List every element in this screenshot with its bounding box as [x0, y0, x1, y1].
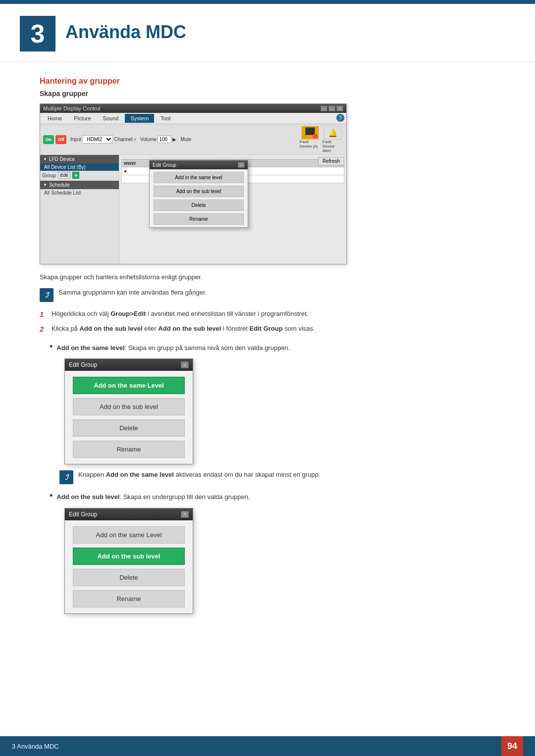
menu-home[interactable]: Home [42, 114, 67, 123]
dialog1-add-same-btn[interactable]: Add on the same Level [73, 377, 185, 394]
dialog1-delete-btn[interactable]: Delete [73, 419, 185, 437]
subsection-title: Skapa grupper [40, 90, 495, 98]
header-bar [0, 0, 535, 4]
menu-sound[interactable]: Sound [98, 114, 124, 123]
add-icon: + [74, 173, 77, 178]
power-off-icon[interactable]: Off [55, 135, 66, 144]
fault-device-label: Fault Device (0) [300, 140, 321, 149]
input-label: Input [70, 137, 81, 142]
note2-text: Knappen Add on the same level aktiveras … [78, 470, 320, 479]
menu-picture[interactable]: Picture [68, 114, 96, 123]
bullet2-section: • Add on the sub level: Skapa en undergr… [50, 492, 495, 614]
edit-group-dialog2-container: Edit Group ✕ Add on the same Level Add o… [64, 508, 495, 614]
mdc-main-area: Refresh wwer Input ● HDMI2 [119, 155, 346, 264]
dialog1-body: Add on the same Level Add on the sub lev… [65, 371, 193, 464]
dialog1-add-sub-btn[interactable]: Add on the sub level [73, 398, 185, 415]
all-device-item[interactable]: All Device List (By) [40, 163, 119, 171]
mdc-window-title: Multiple Display Control [43, 105, 101, 111]
triangle-icon: ▼ [43, 157, 47, 161]
small-dialog-titlebar: Edit Group ✕ [150, 160, 248, 169]
dialog2-add-sub-btn[interactable]: Add on the sub level [73, 548, 185, 565]
volume-arrow: ▶ [172, 137, 176, 142]
mdc-titlebar: Multiple Display Control ─ □ ✕ [40, 104, 346, 113]
all-schedule-label: All Schedule List [44, 190, 81, 196]
dialog2-body: Add on the same Level Add on the sub lev… [65, 520, 193, 613]
note2-box: ℐ Knappen Add on the same level aktivera… [59, 470, 495, 484]
step1-number: 1 [40, 309, 48, 320]
footer-text: 3 Använda MDC [12, 743, 59, 750]
mute-label: Mute [180, 137, 191, 142]
step2: 2 Klicka på Add on the sub level eller A… [40, 324, 495, 335]
help-icon[interactable]: ? [336, 114, 344, 122]
page-footer: 3 Använda MDC 94 [0, 736, 535, 756]
maximize-button[interactable]: □ [328, 105, 335, 111]
all-device-label: All Device List (By) [44, 164, 86, 170]
menu-system[interactable]: System [125, 114, 154, 123]
dialog2-add-same-btn[interactable]: Add on the same Level [73, 526, 185, 544]
step2-number: 2 [40, 324, 48, 335]
mdc-sidebar: ▼ LFD Device All Device List (By) Group … [40, 155, 119, 264]
group-label: Group [42, 173, 56, 178]
note1-box: ℐ Samma gruppnamn kan inte användas fler… [40, 288, 495, 302]
edit-group-dialog-small: Edit Group ✕ Add in the same level Add o… [149, 160, 248, 228]
edit-group-dialog1-container: Edit Group ✕ Add on the same Level Add o… [64, 358, 495, 464]
small-rename-btn[interactable]: Rename [154, 213, 244, 225]
dialog1-title: Edit Group [69, 361, 97, 368]
section-title: Hantering av grupper [40, 77, 495, 86]
input-select[interactable]: HDMI2 [82, 135, 113, 144]
power-on-icon[interactable]: On [43, 135, 54, 144]
dialog2-rename-btn[interactable]: Rename [73, 590, 185, 607]
small-add-same-btn[interactable]: Add in the same level [154, 172, 244, 183]
bullet2-dot: • [50, 491, 53, 500]
note1-text: Samma gruppnamn kan inte användas flera … [58, 288, 207, 297]
edit-button[interactable]: Edit [58, 172, 71, 179]
mdc-window-screenshot: Multiple Display Control ─ □ ✕ Home Pict… [40, 103, 347, 264]
step1-text: Högerklicka och välj Group>Edit i avsnit… [52, 309, 308, 319]
channel-label: Channel [114, 137, 132, 142]
note1-icon: ℐ [40, 288, 54, 302]
all-schedule-item[interactable]: All Schedule List [40, 189, 119, 197]
refresh-button[interactable]: Refresh [318, 157, 344, 165]
dialog2-titlebar: Edit Group ✕ [65, 508, 193, 520]
numbered-steps: 1 Högerklicka och välj Group>Edit i avsn… [40, 309, 495, 335]
mdc-window-buttons: ─ □ ✕ [321, 105, 343, 111]
add-group-icon[interactable]: + [72, 172, 79, 179]
lfd-label: LFD Device [49, 156, 75, 162]
volume-input[interactable] [158, 136, 171, 143]
small-add-sub-btn[interactable]: Add on the sub level [154, 186, 244, 197]
small-dialog-close[interactable]: ✕ [238, 162, 245, 168]
chapter-title: Använda MDC [65, 16, 186, 43]
step2-text: Klicka på Add on the sub level eller Add… [52, 324, 315, 334]
group-row: Group Edit + [40, 171, 119, 180]
dialog2-delete-btn[interactable]: Delete [73, 569, 185, 586]
chapter-number: 3 [31, 21, 45, 47]
bullet2-item: • Add on the sub level: Skapa en undergr… [50, 492, 495, 502]
bullet1-text: Add on the same level: Skapa en grupp på… [56, 343, 290, 353]
edit-group-dialog1: Edit Group ✕ Add on the same Level Add o… [64, 358, 193, 464]
minimize-button[interactable]: ─ [321, 105, 327, 111]
bullet2-text: Add on the sub level: Skapa en undergrup… [56, 492, 250, 502]
menu-tool[interactable]: Tool [155, 114, 176, 123]
dialog1-close-btn[interactable]: ✕ [181, 361, 189, 368]
chapter-number-box: 3 [20, 16, 55, 51]
fault-device-alert-label: Fault Device Alert [322, 140, 343, 153]
close-button[interactable]: ✕ [336, 105, 343, 111]
bullet1-section: • Add on the same level: Skapa en grupp … [50, 343, 495, 485]
small-delete-btn[interactable]: Delete [154, 200, 244, 211]
dialog1-rename-btn[interactable]: Rename [73, 441, 185, 458]
mdc-menubar: Home Picture Sound System Tool ? [40, 113, 346, 124]
page-number: 94 [501, 736, 523, 756]
mdc-body: ▼ LFD Device All Device List (By) Group … [40, 155, 346, 264]
mdc-toolbar: On Off Input HDMI2 Channel ÷ Volume ▶ Mu… [40, 124, 346, 155]
dialog2-close-btn[interactable]: ✕ [181, 511, 189, 518]
bullet1-dot: • [50, 342, 53, 351]
edit-group-dialog2: Edit Group ✕ Add on the same Level Add o… [64, 508, 193, 614]
step1: 1 Högerklicka och välj Group>Edit i avsn… [40, 309, 495, 320]
note2-icon: ℐ [59, 470, 73, 484]
schedule-triangle-icon: ▼ [43, 183, 47, 187]
dialog2-title: Edit Group [69, 511, 97, 518]
description-text: Skapa grupper och hantera enhetslistorna… [40, 272, 495, 282]
volume-label: Volume [140, 137, 157, 142]
dialog1-titlebar: Edit Group ✕ [65, 359, 193, 371]
chapter-header: 3 Använda MDC [0, 4, 535, 62]
